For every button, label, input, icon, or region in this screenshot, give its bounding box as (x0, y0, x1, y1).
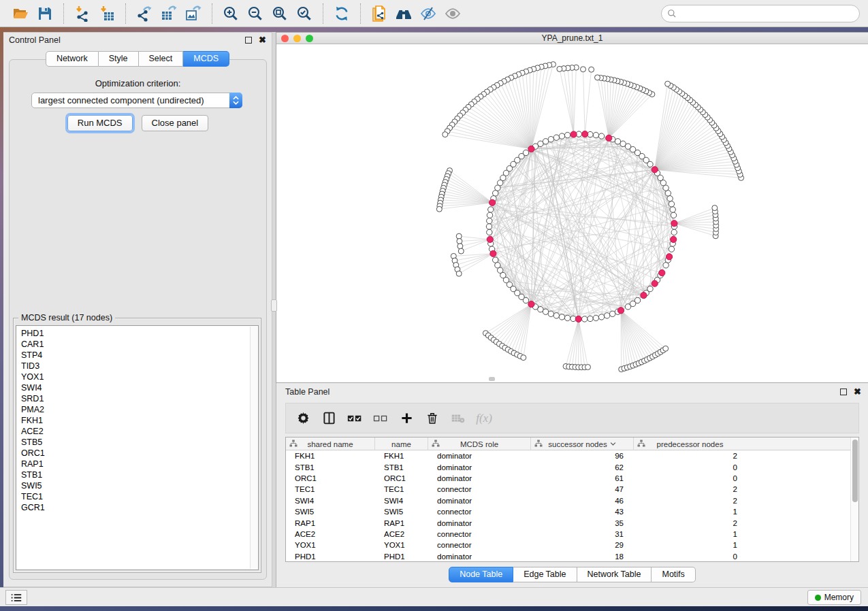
table-row[interactable]: YOX1YOX1connector291 (286, 540, 850, 550)
splitter-handle[interactable] (271, 299, 277, 312)
find-button[interactable] (391, 3, 416, 24)
control-panel-title: Control Panel (9, 35, 245, 45)
column-header-name[interactable]: name (375, 437, 428, 450)
refresh-layout-icon (334, 5, 350, 22)
mcds-result-list[interactable]: PHD1CAR1STP4TID3YOX1SWI4SRD1PMA2FKH1ACE2… (16, 325, 259, 570)
table-row[interactable]: SWI4SWI4dominator462 (286, 495, 850, 506)
export-network-button[interactable] (132, 3, 157, 24)
open-session-button[interactable] (8, 3, 33, 24)
table-cell: dominator (428, 497, 531, 505)
task-history-button[interactable] (5, 590, 27, 605)
table-row[interactable]: RAP1RAP1dominator352 (286, 517, 850, 528)
mcds-result-item[interactable]: SRD1 (21, 393, 258, 404)
zoom-out-button[interactable] (243, 3, 268, 24)
network-hscroll-thumb[interactable] (489, 377, 495, 381)
export-table-button[interactable] (157, 3, 181, 24)
clone-network-button[interactable] (367, 3, 391, 24)
mcds-result-item[interactable]: PMA2 (21, 404, 258, 415)
table-row[interactable]: ACE2ACE2connector311 (286, 529, 850, 540)
criterion-dropdown[interactable]: largest connected component (undirected) (31, 93, 242, 108)
node-table: shared name name MCDS role successor nod… (285, 437, 859, 562)
mcds-result-item[interactable]: SWI4 (21, 382, 258, 393)
tab-edge-table[interactable]: Edge Table (513, 567, 577, 582)
show-columns-button[interactable] (316, 406, 342, 431)
zoom-in-button[interactable] (219, 3, 243, 24)
table-settings-button[interactable] (290, 406, 316, 431)
run-mcds-button[interactable]: Run MCDS (67, 115, 133, 131)
table-row[interactable]: FKH1FKH1dominator962 (286, 450, 850, 461)
zoom-in-icon (223, 5, 239, 22)
mcds-result-item[interactable]: ORC1 (21, 448, 258, 459)
mcds-result-item[interactable]: STP4 (21, 350, 258, 361)
mcds-result-item[interactable]: SWI5 (21, 480, 258, 491)
node-table-body[interactable]: FKH1FKH1dominator962STB1STB1dominator620… (286, 450, 850, 561)
mcds-result-item[interactable]: STB1 (21, 469, 258, 480)
import-network-icon (74, 5, 91, 22)
search-input[interactable] (677, 7, 859, 20)
fx-icon: f(x) (476, 412, 492, 425)
tab-network-table[interactable]: Network Table (577, 567, 652, 582)
mcds-result-group: MCDS result (17 nodes) PHD1CAR1STP4TID3Y… (13, 318, 261, 573)
clear-selection-button[interactable] (368, 406, 393, 431)
search-box[interactable] (661, 5, 860, 22)
memory-button[interactable]: Memory (807, 590, 861, 605)
float-window-icon[interactable] (245, 37, 252, 44)
close-panel-icon[interactable]: ✖ (259, 37, 266, 44)
network-graph[interactable] (276, 44, 868, 382)
tab-style[interactable]: Style (99, 51, 139, 67)
mcds-result-item[interactable]: TID3 (21, 361, 258, 371)
export-image-button[interactable] (181, 3, 206, 24)
tab-node-table[interactable]: Node Table (449, 567, 513, 582)
table-row[interactable]: STB1STB1dominator620 (286, 461, 850, 472)
column-header-mcds-role[interactable]: MCDS role (428, 437, 531, 450)
table-row[interactable]: TEC1TEC1connector472 (286, 484, 850, 495)
hide-selected-button[interactable] (416, 3, 440, 24)
table-scrollbar-thumb[interactable] (852, 440, 858, 502)
binoculars-icon (395, 5, 413, 22)
table-scrollbar[interactable] (850, 437, 858, 561)
mcds-result-item[interactable]: PHD1 (21, 328, 258, 339)
mcds-list-scrollbar[interactable] (250, 327, 257, 569)
import-network-button[interactable] (70, 3, 95, 24)
open-folder-icon (12, 5, 29, 22)
mcds-result-item[interactable]: CAR1 (21, 339, 258, 350)
tab-motifs[interactable]: Motifs (652, 567, 695, 582)
import-table-button[interactable] (95, 3, 119, 24)
zoom-fit-button[interactable] (268, 3, 292, 24)
zoom-out-icon (247, 5, 263, 22)
network-canvas[interactable] (276, 44, 868, 382)
table-cell: 46 (531, 497, 634, 505)
delete-table-icon (451, 413, 465, 424)
save-session-button[interactable] (33, 3, 57, 24)
close-panel-button[interactable]: Close panel (142, 115, 209, 131)
float-window-icon[interactable] (840, 389, 847, 395)
mcds-result-item[interactable]: GCR1 (21, 502, 258, 513)
table-row[interactable]: SWI5SWI5connector431 (286, 506, 850, 517)
zoom-selected-button[interactable] (292, 3, 317, 24)
mcds-result-item[interactable]: ACE2 (21, 426, 258, 437)
tab-network[interactable]: Network (46, 51, 99, 67)
column-header-shared-name[interactable]: shared name (286, 437, 375, 450)
add-column-button[interactable] (393, 406, 419, 431)
mcds-result-item[interactable]: FKH1 (21, 415, 258, 426)
mcds-result-item[interactable]: STB5 (21, 437, 258, 448)
mcds-tab-pane: Optimization criterion: largest connecte… (9, 59, 267, 580)
table-cell: ORC1 (375, 474, 428, 482)
table-cell: dominator (428, 452, 531, 460)
table-row[interactable]: ORC1ORC1dominator610 (286, 473, 850, 484)
select-all-button[interactable] (342, 406, 368, 431)
mcds-result-item[interactable]: TEC1 (21, 491, 258, 502)
mcds-result-item[interactable]: RAP1 (21, 459, 258, 469)
tab-mcds[interactable]: MCDS (183, 51, 229, 67)
table-panel-header: Table Panel ✖ (276, 385, 868, 399)
table-row[interactable]: PHD1PHD1dominator180 (286, 551, 850, 561)
close-panel-icon[interactable]: ✖ (854, 389, 861, 395)
column-header-successor-nodes[interactable]: successor nodes (531, 437, 634, 450)
delete-column-button[interactable] (419, 406, 445, 431)
network-titlebar[interactable]: YPA_prune.txt_1 (276, 33, 868, 44)
mcds-result-item[interactable]: YOX1 (21, 371, 258, 382)
apply-layout-button[interactable] (329, 3, 354, 24)
columns-icon (323, 412, 336, 425)
tab-select[interactable]: Select (139, 51, 184, 67)
column-header-predecessor-nodes[interactable]: predecessor nodes (634, 437, 746, 450)
